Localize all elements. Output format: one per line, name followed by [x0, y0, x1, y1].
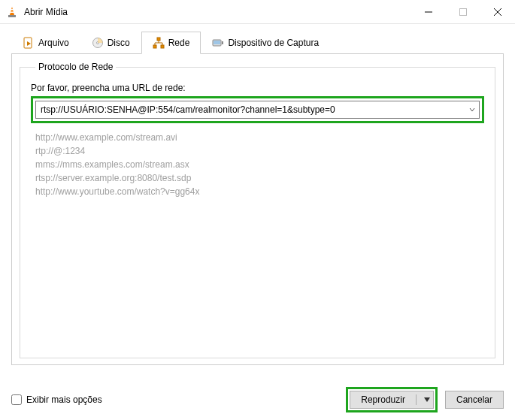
svg-marker-0: [10, 7, 14, 15]
window-title: Abrir Mídia: [24, 7, 411, 17]
example-line: rtsp://server.example.org:8080/test.sdp: [35, 171, 484, 185]
tab-file[interactable]: Arquivo: [11, 32, 80, 54]
capture-icon: [212, 37, 224, 49]
cancel-button-label: Cancelar: [456, 394, 492, 405]
tab-network-label: Rede: [168, 38, 190, 48]
example-line: mms://mms.examples.com/stream.asx: [35, 158, 484, 171]
network-protocol-group: Protocolo de Rede Por favor, preencha um…: [20, 62, 495, 358]
svg-rect-2: [10, 11, 14, 13]
url-prompt: Por favor, preencha uma URL de rede:: [31, 83, 484, 93]
close-icon: [494, 8, 501, 16]
tab-capture[interactable]: Dispositivo de Captura: [201, 32, 330, 54]
url-input[interactable]: [36, 101, 465, 118]
example-line: rtp://@:1234: [35, 144, 484, 158]
network-protocol-legend: Protocolo de Rede: [35, 62, 116, 72]
vlc-icon: [6, 6, 18, 18]
tab-bar: Arquivo Disco Rede Dispositivo de Captur…: [11, 32, 504, 54]
cancel-button[interactable]: Cancelar: [445, 391, 504, 409]
maximize-icon: [459, 8, 467, 16]
svg-marker-22: [424, 397, 430, 402]
svg-rect-12: [157, 38, 160, 41]
network-icon: [153, 37, 165, 49]
url-examples: http://www.example.com/stream.avi rtp://…: [35, 131, 484, 198]
tab-panel: Protocolo de Rede Por favor, preencha um…: [11, 53, 504, 365]
svg-rect-5: [460, 8, 467, 15]
titlebar: Abrir Mídia: [0, 0, 515, 24]
chevron-down-icon: [469, 107, 475, 113]
svg-rect-1: [11, 9, 14, 11]
more-options-input[interactable]: [11, 394, 22, 405]
minimize-icon: [425, 8, 432, 16]
play-button[interactable]: Reproduzir: [350, 391, 434, 409]
play-button-label: Reproduzir: [361, 394, 405, 405]
svg-rect-21: [222, 41, 223, 44]
tab-file-label: Arquivo: [38, 38, 69, 48]
tab-capture-label: Dispositivo de Captura: [228, 38, 319, 48]
more-options-label: Exibir mais opções: [26, 394, 102, 405]
example-line: http://www.yourtube.com/watch?v=gg64x: [35, 185, 484, 198]
dialog-footer: Exibir mais opções Reproduzir Cancelar: [11, 387, 504, 412]
svg-rect-13: [153, 45, 156, 48]
svg-rect-20: [214, 41, 220, 44]
window-controls: [411, 0, 515, 24]
svg-rect-14: [161, 45, 164, 48]
minimize-button[interactable]: [411, 0, 446, 24]
more-options-checkbox[interactable]: Exibir mais opções: [11, 394, 102, 405]
url-dropdown-button[interactable]: [465, 107, 479, 113]
tab-disc[interactable]: Disco: [80, 32, 141, 54]
url-combobox[interactable]: [35, 101, 480, 119]
button-row: Reproduzir Cancelar: [346, 387, 504, 412]
close-button[interactable]: [480, 0, 515, 24]
svg-rect-3: [8, 15, 16, 17]
play-highlight: Reproduzir: [346, 387, 438, 412]
file-icon: [23, 37, 35, 49]
split-divider: [416, 394, 417, 405]
example-line: http://www.example.com/stream.avi: [35, 131, 484, 144]
disc-icon: [92, 37, 104, 49]
dialog-body: Arquivo Disco Rede Dispositivo de Captur…: [0, 24, 515, 365]
tab-disc-label: Disco: [108, 38, 130, 48]
tab-network[interactable]: Rede: [141, 32, 201, 54]
caret-down-icon: [424, 397, 430, 403]
url-highlight: [31, 96, 484, 123]
maximize-button: [446, 0, 480, 24]
